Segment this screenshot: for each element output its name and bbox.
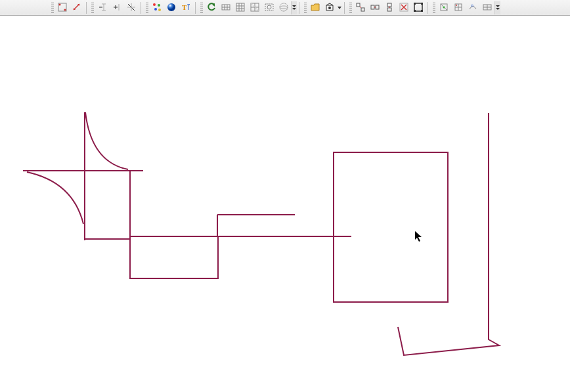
- constrain-a-icon: [355, 2, 366, 14]
- svg-marker-72: [496, 5, 500, 7]
- mesh-wire-b-icon: [235, 2, 246, 14]
- constrain-c-icon: [384, 2, 395, 14]
- refresh-icon: [206, 2, 217, 14]
- mesh-op-b-button[interactable]: [451, 1, 466, 14]
- mesh-op-a-button[interactable]: [437, 1, 451, 14]
- svg-marker-73: [496, 8, 500, 10]
- toolbar-overflow-button[interactable]: [291, 1, 297, 14]
- svg-point-63: [443, 6, 445, 8]
- svg-rect-26: [236, 3, 244, 11]
- profile-mode-icon: [324, 2, 335, 14]
- toolbar-grip[interactable]: [51, 2, 54, 14]
- svg-point-38: [280, 6, 288, 9]
- mesh-wire-c-button[interactable]: [248, 1, 262, 14]
- svg-rect-57: [414, 3, 416, 5]
- toolbar-grip[interactable]: [304, 2, 307, 14]
- color-sphere-icon: [166, 2, 177, 14]
- svg-marker-39: [292, 5, 296, 7]
- constrain-b-icon: [370, 2, 380, 14]
- svg-point-36: [267, 5, 271, 9]
- bounding-area-button[interactable]: [262, 1, 276, 14]
- select-frame-button[interactable]: [411, 1, 426, 14]
- svg-rect-60: [421, 10, 423, 12]
- toolbar-separator: [344, 2, 345, 14]
- dropdown-arrow-icon[interactable]: [337, 1, 342, 14]
- svg-marker-43: [338, 7, 341, 9]
- insert-text-icon: T: [181, 2, 191, 14]
- clear-constraints-icon: [399, 2, 409, 14]
- mesh-op-c-button[interactable]: n: [466, 1, 480, 14]
- svg-rect-50: [387, 3, 391, 7]
- reverse-contour-icon: [72, 2, 82, 14]
- sketch-arc[interactable]: [85, 112, 128, 169]
- mesh-op-c-icon: n: [468, 2, 478, 14]
- annotate-minus-icon: [97, 2, 108, 14]
- svg-text:T: T: [182, 3, 187, 11]
- toolbar-grip[interactable]: [146, 2, 148, 14]
- mesh-op-a-icon: [439, 2, 449, 14]
- profile-mode-button[interactable]: [322, 1, 337, 14]
- mesh-wire-a-button[interactable]: [219, 1, 233, 14]
- mesh-wire-c-icon: [250, 2, 260, 14]
- mouse-cursor-icon: [415, 231, 423, 242]
- annotate-divide-button[interactable]: [124, 1, 139, 14]
- toolbar: Tn: [0, 0, 570, 16]
- svg-point-19: [167, 3, 175, 11]
- sketch-arc[interactable]: [27, 172, 83, 224]
- svg-point-2: [64, 9, 66, 11]
- bounding-sphere-button[interactable]: [276, 1, 291, 14]
- bounding-sphere-icon: [278, 2, 289, 14]
- constrain-b-button[interactable]: [368, 1, 382, 14]
- toolbar-overflow-button[interactable]: [494, 1, 500, 14]
- svg-text:n: n: [471, 3, 473, 8]
- constrain-c-button[interactable]: [382, 1, 397, 14]
- svg-point-18: [158, 9, 161, 11]
- svg-point-37: [280, 3, 288, 11]
- annotate-divide-icon: [126, 2, 137, 14]
- svg-point-16: [158, 4, 160, 7]
- annotate-minus-button[interactable]: [95, 1, 110, 14]
- toolbar-grip[interactable]: [200, 2, 203, 14]
- constrain-a-button[interactable]: [353, 1, 368, 14]
- svg-point-1: [59, 3, 61, 5]
- reverse-contour-button[interactable]: [70, 1, 84, 14]
- toolbar-grip[interactable]: [91, 2, 94, 14]
- svg-rect-51: [387, 8, 391, 11]
- open-sketch-button[interactable]: [308, 1, 322, 14]
- rainbow-points-icon: [152, 2, 162, 14]
- select-frame-icon: [413, 2, 424, 14]
- annotate-plus-button[interactable]: [110, 1, 124, 14]
- svg-point-42: [328, 7, 331, 9]
- clear-constraints-button[interactable]: [397, 1, 411, 14]
- mesh-op-d-icon: [482, 2, 493, 14]
- make-non-periodic-button[interactable]: [55, 1, 70, 14]
- svg-rect-58: [421, 3, 423, 5]
- mesh-wire-b-button[interactable]: [233, 1, 248, 14]
- mesh-wire-a-icon: [221, 2, 231, 14]
- mesh-op-b-icon: [453, 2, 464, 14]
- toolbar-separator: [86, 2, 87, 14]
- color-sphere-button[interactable]: [164, 1, 179, 14]
- svg-point-67: [456, 5, 457, 6]
- svg-point-17: [154, 8, 157, 11]
- toolbar-grip[interactable]: [349, 2, 352, 14]
- bounding-area-icon: [264, 2, 274, 14]
- refresh-button[interactable]: [204, 1, 219, 14]
- rainbow-points-button[interactable]: [150, 1, 164, 14]
- sketch-rect[interactable]: [85, 171, 130, 239]
- open-sketch-icon: [310, 2, 320, 14]
- svg-rect-45: [361, 8, 364, 11]
- sketch-rect[interactable]: [130, 236, 218, 278]
- svg-rect-59: [414, 10, 416, 12]
- sketch-rect[interactable]: [334, 152, 448, 302]
- toolbar-grip[interactable]: [433, 2, 435, 14]
- toolbar-separator: [141, 2, 141, 14]
- svg-rect-48: [376, 5, 379, 9]
- toolbar-separator: [299, 2, 299, 14]
- svg-marker-40: [292, 8, 296, 10]
- mesh-op-d-button[interactable]: [480, 1, 494, 14]
- sketch-canvas[interactable]: [0, 16, 570, 392]
- annotate-plus-icon: [112, 2, 122, 14]
- insert-text-button[interactable]: T: [179, 1, 193, 14]
- svg-line-46: [360, 7, 361, 8]
